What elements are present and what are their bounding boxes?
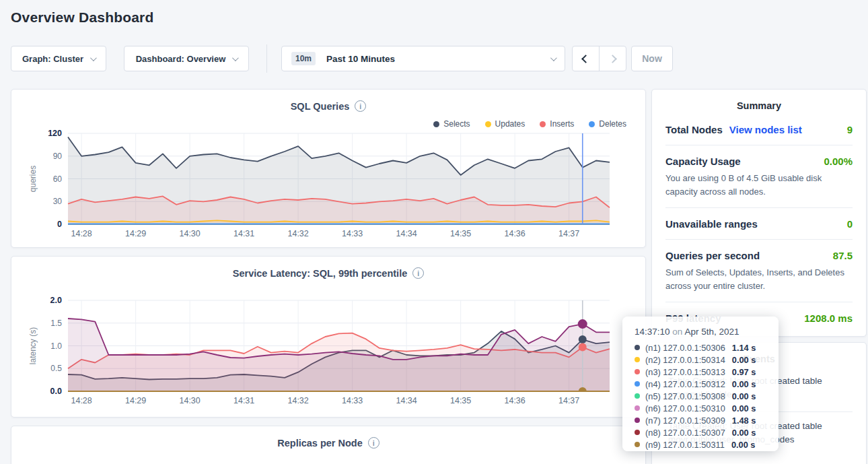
chevron-left-icon [581,55,590,63]
dashboard-dropdown[interactable]: Dashboard: Overview [124,46,249,71]
node-address: (n7) 127.0.0.1:50309 [645,416,725,426]
svg-text:30: 30 [53,197,63,206]
time-step-buttons [572,46,626,71]
svg-text:14:33: 14:33 [342,229,363,238]
node-latency-value: 0.00 s [731,440,756,450]
svg-text:90: 90 [53,152,63,161]
service-latency-panel: Service Latency: SQL, 99th percentile i … [11,256,646,418]
chart-legend: Selects Updates Inserts Deletes [433,119,626,129]
tooltip-row-n5: (n5) 127.0.0.1:503080.00 s [635,390,768,402]
time-range-dropdown[interactable]: 10m Past 10 Minutes [281,46,565,71]
node-address: (n4) 127.0.0.1:50312 [645,379,725,389]
tooltip-row-n3: (n3) 127.0.0.1:503130.97 s [635,366,768,378]
tooltip-row-n2: (n2) 127.0.0.1:503140.00 s [635,354,768,366]
graph-scope-label: Graph: Cluster [22,54,83,64]
svg-text:2.0: 2.0 [50,296,62,305]
graph-scope-dropdown[interactable]: Graph: Cluster [11,46,106,71]
chevron-right-icon [608,55,617,63]
chevron-down-icon [90,55,97,61]
svg-text:120: 120 [48,129,62,138]
node-color-dot [635,381,640,387]
svg-text:1.0: 1.0 [50,341,62,351]
svg-text:14:37: 14:37 [558,229,579,238]
qps-subtext: Sum of Selects, Updates, Inserts, and De… [665,266,853,292]
node-color-dot [635,442,640,447]
summary-row-unavailable: Unavailable ranges 0 [665,208,853,240]
svg-text:14:29: 14:29 [125,396,146,405]
svg-text:0: 0 [57,220,62,229]
tooltip-row-n1: (n1) 127.0.0.1:503061.14 s [635,341,768,354]
capacity-value: 0.00% [824,156,853,167]
svg-text:60: 60 [53,174,63,184]
node-latency-value: 0.00 s [732,428,756,438]
legend-label: Deletes [599,119,626,129]
tooltip-row-n6: (n6) 127.0.0.1:503100.00 s [635,402,768,414]
node-latency-value: 0.97 s [732,367,756,377]
svg-text:queries: queries [28,166,38,192]
unavailable-ranges-label: Unavailable ranges [665,218,758,230]
legend-dot [433,121,439,127]
capacity-subtext: You are using 0 B of 4.5 GiB usable disk… [665,172,853,198]
node-address: (n3) 127.0.0.1:50313 [645,367,725,377]
info-icon[interactable]: i [355,100,366,112]
info-icon[interactable]: i [412,267,424,279]
node-color-dot [635,418,640,423]
node-color-dot [635,357,640,362]
tooltip-row-n4: (n4) 127.0.0.1:503120.00 s [635,378,768,390]
legend-dot [540,121,546,127]
info-icon[interactable]: i [368,437,379,449]
svg-text:0.0: 0.0 [50,387,62,396]
time-range-label: Past 10 Minutes [326,54,395,64]
legend-dot [485,121,491,127]
time-forward-button[interactable] [599,46,626,71]
legend-item-deletes[interactable]: Deletes [589,119,626,129]
svg-text:14:35: 14:35 [450,229,471,238]
legend-dot [589,121,595,127]
service-latency-chart[interactable]: 0.00.51.01.52.014:2814:2914:3014:3114:32… [28,296,630,411]
tooltip-time: 14:37:10 [635,327,670,337]
svg-text:14:28: 14:28 [71,229,92,238]
legend-label: Updates [495,119,526,129]
now-button[interactable]: Now [631,46,673,71]
summary-row-capacity: Capacity Usage 0.00% You are using 0 B o… [665,145,853,208]
summary-row-total-nodes: Total Nodes View nodes list 9 [665,114,853,145]
sql-queries-chart[interactable]: 030609012014:2814:2914:3014:3114:3214:33… [28,129,630,244]
svg-text:14:33: 14:33 [342,396,363,405]
legend-item-inserts[interactable]: Inserts [540,119,574,129]
svg-text:14:30: 14:30 [179,229,200,238]
chart-title: Replicas per Node [277,438,363,449]
svg-text:14:31: 14:31 [233,229,254,238]
divider [266,44,267,73]
svg-text:14:34: 14:34 [396,229,417,238]
node-color-dot [635,430,640,435]
node-color-dot [635,369,640,374]
replicas-per-node-panel: Replicas per Node i [11,426,646,464]
svg-text:14:32: 14:32 [287,396,308,405]
legend-item-selects[interactable]: Selects [433,119,470,129]
time-back-button[interactable] [573,46,599,71]
node-latency-value: 0.00 s [732,355,756,365]
node-color-dot [635,345,640,350]
dashboard-label: Dashboard: Overview [136,54,226,64]
legend-label: Inserts [550,119,574,129]
legend-item-updates[interactable]: Updates [485,119,526,129]
qps-value: 87.5 [833,250,853,261]
svg-text:14:34: 14:34 [396,396,417,405]
svg-text:latency (s): latency (s) [28,327,38,364]
node-latency-value: 1.14 s [732,343,756,353]
summary-card: Summary Total Nodes View nodes list 9 Ca… [651,89,867,337]
tooltip-date: Apr 5th, 2021 [684,327,739,337]
legend-label: Selects [443,119,470,129]
tooltip-row-n9: (n9) 127.0.0.1:503110.00 s [635,438,768,451]
node-address: (n1) 127.0.0.1:50306 [645,343,725,353]
view-nodes-list-link[interactable]: View nodes list [729,124,802,135]
chart-title: SQL Queries [291,101,350,112]
tooltip-row-n8: (n8) 127.0.0.1:503070.00 s [635,426,768,438]
p99-latency-value: 1208.0 ms [804,312,853,324]
svg-text:14:36: 14:36 [504,229,525,238]
svg-text:14:29: 14:29 [125,229,146,238]
svg-text:14:31: 14:31 [233,396,254,405]
svg-text:14:35: 14:35 [450,396,471,405]
tooltip-on: on [672,327,682,337]
summary-heading: Summary [665,90,853,114]
